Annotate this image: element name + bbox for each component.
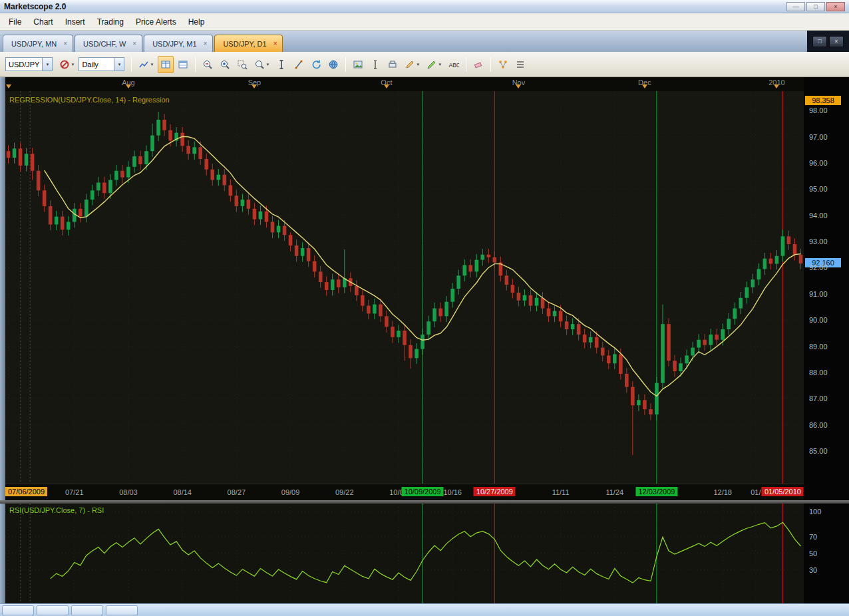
symbol-combo[interactable]: USD/JPY▼ bbox=[5, 57, 53, 71]
tab-close-icon[interactable]: × bbox=[204, 40, 208, 47]
toolbar-separator bbox=[345, 57, 346, 72]
close-chart-button[interactable]: × bbox=[829, 36, 844, 47]
taskbar-button[interactable] bbox=[2, 605, 34, 615]
zoom-sel-icon bbox=[237, 59, 248, 70]
rsi-panel[interactable]: RSI(USD/JPY.Close, 7) - RSI bbox=[5, 504, 804, 603]
tab-strip: USD/JPY, MN×USD/CHF, W×USD/JPY, M1×USD/J… bbox=[3, 35, 284, 52]
zoom-out-button[interactable] bbox=[200, 56, 216, 73]
close-button[interactable]: × bbox=[826, 2, 845, 11]
eraser-icon bbox=[473, 59, 484, 70]
price-axis-label: 86.00 bbox=[809, 421, 828, 429]
measure-button[interactable] bbox=[291, 56, 307, 73]
price-axis-label: 97.00 bbox=[809, 133, 828, 141]
chart-style-button[interactable]: ▼ bbox=[136, 56, 156, 73]
dropdown-caret-icon[interactable]: ▼ bbox=[71, 63, 75, 67]
tab-label: USD/CHF, W bbox=[83, 40, 126, 48]
taskbar-button[interactable] bbox=[71, 605, 103, 615]
restore-chart-button[interactable]: □ bbox=[812, 36, 827, 47]
date-axis-label: 11/11 bbox=[552, 488, 570, 496]
magnifier-button[interactable]: ▼ bbox=[252, 56, 272, 73]
data-table-button[interactable] bbox=[158, 56, 174, 73]
main-chart-plot[interactable]: REGRESSION(USD/JPY.Close, 14) - Regressi… bbox=[5, 91, 804, 484]
globe-icon bbox=[328, 59, 339, 70]
dropdown-caret-icon[interactable]: ▼ bbox=[416, 63, 420, 67]
chart-tab-usd-jpy-mn[interactable]: USD/JPY, MN× bbox=[3, 35, 73, 52]
pen-icon bbox=[405, 59, 415, 70]
eraser-button[interactable] bbox=[470, 56, 486, 73]
crosshair-button[interactable] bbox=[273, 56, 289, 73]
date-marker-yellow: 07/06/2009 bbox=[5, 487, 47, 496]
image-icon bbox=[353, 59, 363, 70]
text-cursor-button[interactable] bbox=[367, 56, 383, 73]
chart-tab-usd-chf-w[interactable]: USD/CHF, W× bbox=[75, 35, 142, 52]
menu-item-file[interactable]: File bbox=[3, 15, 27, 29]
abc-icon: ABC bbox=[448, 59, 459, 70]
price-axis-label: 88.00 bbox=[809, 369, 828, 377]
grid2-icon bbox=[178, 59, 188, 70]
menu-item-insert[interactable]: Insert bbox=[59, 15, 91, 29]
price-axis-label: 96.00 bbox=[809, 159, 828, 167]
menu-item-trading[interactable]: Trading bbox=[91, 15, 130, 29]
menu-bar: FileChartInsertTradingPrice AlertsHelp bbox=[0, 13, 849, 31]
dropdown-caret-icon[interactable]: ▼ bbox=[150, 63, 154, 67]
dropdown-caret-icon[interactable]: ▼ bbox=[438, 63, 442, 67]
nodes-icon bbox=[498, 59, 508, 70]
chart-region: AugSepOctNovDec2010 REGRESSION(USD/JPY.C… bbox=[0, 77, 849, 603]
zoom-selection-button[interactable] bbox=[234, 56, 250, 73]
price-axis-label: 91.00 bbox=[809, 290, 828, 298]
menu-item-chart[interactable]: Chart bbox=[27, 15, 59, 29]
tab-close-icon[interactable]: × bbox=[132, 40, 136, 47]
window-title: Marketscope 2.0 bbox=[4, 2, 66, 11]
list-button[interactable] bbox=[512, 56, 528, 73]
marker-icon bbox=[426, 59, 437, 70]
price-axis[interactable]: 98.358 92.160 98.0097.0096.0095.0094.009… bbox=[804, 77, 849, 500]
taskbar-button[interactable] bbox=[106, 605, 138, 615]
rsi-axis[interactable]: 100705030 bbox=[804, 504, 849, 603]
chart-tab-usd-jpy-m1[interactable]: USD/JPY, M1× bbox=[144, 35, 213, 52]
zoom-in-button[interactable] bbox=[217, 56, 233, 73]
date-marker-green: 10/09/2009 bbox=[402, 487, 444, 496]
line-chart-icon bbox=[138, 59, 149, 70]
hide-symbol-button[interactable]: ▼ bbox=[57, 56, 77, 73]
taskbar-button[interactable] bbox=[37, 605, 69, 615]
objects-button[interactable] bbox=[495, 56, 511, 73]
tab-close-icon[interactable]: × bbox=[273, 40, 277, 47]
date-axis-label: 08/14 bbox=[173, 488, 192, 496]
list-icon bbox=[515, 59, 526, 70]
ibeam-icon bbox=[276, 59, 287, 70]
rsi-axis-label: 100 bbox=[809, 508, 821, 516]
refresh-button[interactable] bbox=[308, 56, 324, 73]
month-marker-icon bbox=[6, 84, 11, 91]
chart-tab-usd-jpy-d1[interactable]: USD/JPY, D1× bbox=[214, 35, 283, 52]
period-combo-dropdown-icon[interactable]: ▼ bbox=[114, 58, 124, 71]
timezone-button[interactable] bbox=[325, 56, 341, 73]
regression-indicator-label: REGRESSION(USD/JPY.Close, 14) - Regressi… bbox=[9, 96, 170, 104]
date-marker-red: 01/05/2010 bbox=[762, 487, 804, 496]
measure-icon bbox=[293, 59, 304, 70]
candlestick-chart[interactable] bbox=[5, 91, 804, 484]
menu-item-help[interactable]: Help bbox=[182, 15, 211, 29]
date-axis[interactable]: 07/2108/0308/1408/2709/0909/2210/0510/16… bbox=[5, 484, 804, 500]
symbol-combo-dropdown-icon[interactable]: ▼ bbox=[42, 58, 52, 71]
minimize-button[interactable]: — bbox=[786, 2, 805, 11]
month-axis: AugSepOctNovDec2010 bbox=[5, 77, 804, 91]
price-axis-label: 95.00 bbox=[809, 185, 828, 193]
toolbar: USD/JPY▼▼Daily▼▼▼▼▼ABC bbox=[0, 52, 849, 77]
marker-tool-button[interactable]: ▼ bbox=[424, 56, 444, 73]
period-combo[interactable]: Daily▼ bbox=[79, 57, 124, 71]
maximize-button[interactable]: □ bbox=[806, 2, 825, 11]
line-tool-button[interactable]: ▼ bbox=[402, 56, 423, 73]
snapshot-button[interactable] bbox=[350, 56, 366, 73]
text-label-button[interactable]: ABC bbox=[446, 56, 462, 73]
menu-item-price-alerts[interactable]: Price Alerts bbox=[130, 15, 182, 29]
quotes-panel-button[interactable] bbox=[175, 56, 191, 73]
layout-button[interactable] bbox=[385, 56, 401, 73]
month-marker-icon bbox=[384, 84, 389, 91]
title-bar: Marketscope 2.0 — □ × bbox=[0, 0, 849, 13]
svg-text:ABC: ABC bbox=[449, 62, 460, 69]
dropdown-caret-icon[interactable]: ▼ bbox=[265, 63, 269, 67]
date-axis-label: 08/27 bbox=[228, 488, 246, 496]
tab-bar: USD/JPY, MN×USD/CHF, W×USD/JPY, M1×USD/J… bbox=[0, 31, 849, 52]
rsi-chart[interactable] bbox=[5, 504, 804, 603]
tab-close-icon[interactable]: × bbox=[63, 40, 67, 47]
